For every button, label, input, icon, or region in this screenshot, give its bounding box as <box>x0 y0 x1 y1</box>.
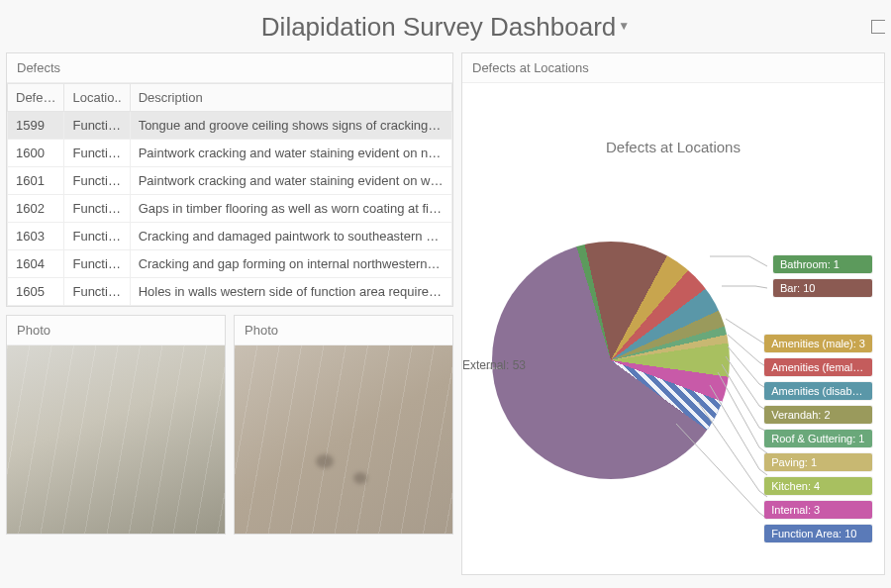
table-row[interactable]: 1602Functio…Gaps in timber flooring as w… <box>8 195 452 223</box>
cell-description: Cracking and gap forming on internal nor… <box>130 250 451 278</box>
col-defect-id[interactable]: Defe… <box>8 84 64 112</box>
photo-title-2: Photo <box>235 316 452 345</box>
table-row[interactable]: 1604Functio…Cracking and gap forming on … <box>8 250 452 278</box>
cell-id: 1604 <box>8 250 64 278</box>
col-location[interactable]: Locatio.. <box>64 84 130 112</box>
chart-panel: Defects at Locations Defects at Location… <box>461 52 885 575</box>
legend-item[interactable]: Function Area: 10 <box>764 525 872 542</box>
table-row[interactable]: 1603Functio…Cracking and damaged paintwo… <box>8 223 452 250</box>
chart-body[interactable]: Defects at Locations <box>462 83 884 576</box>
defects-panel-title: Defects <box>7 53 452 83</box>
dashboard-header: Dilapidation Survey Dashboard▼ <box>0 0 891 52</box>
cell-description: Holes in walls western side of function … <box>130 278 451 306</box>
cell-location: Functio… <box>64 195 130 223</box>
legend-item[interactable]: Amenities (disab… <box>764 382 872 400</box>
chart-panel-title: Defects at Locations <box>462 53 884 83</box>
photo-image-2[interactable] <box>235 345 452 534</box>
cell-description: Paintwork cracking and water staining ev… <box>130 140 451 167</box>
legend-item[interactable]: Bathroom: 1 <box>773 255 872 273</box>
cell-id: 1602 <box>8 195 64 223</box>
external-label: External: 53 <box>462 358 526 372</box>
cell-location: Functio… <box>64 223 130 250</box>
legend-item[interactable]: Bar: 10 <box>773 279 872 297</box>
cell-location: Functio… <box>64 167 130 195</box>
legend-item[interactable]: Kitchen: 4 <box>764 477 872 495</box>
cell-description: Cracking and damaged paintwork to southe… <box>130 223 451 250</box>
cell-id: 1605 <box>8 278 64 306</box>
defects-table[interactable]: Defe… Locatio.. Description 1599Functio…… <box>7 83 452 306</box>
table-row[interactable]: 1600Functio…Paintwork cracking and water… <box>8 140 452 167</box>
legend-item[interactable]: Internal: 3 <box>764 501 872 519</box>
cell-description: Tongue and groove ceiling shows signs of… <box>130 112 451 140</box>
cell-description: Gaps in timber flooring as well as worn … <box>130 195 451 223</box>
col-description[interactable]: Description <box>130 84 451 112</box>
legend-item[interactable]: Paving: 1 <box>764 453 872 471</box>
legend-group-2: Amenities (male): 3Amenities (femal…Amen… <box>764 335 872 542</box>
photo-title-1: Photo <box>7 316 225 345</box>
cell-location: Functio… <box>64 112 130 140</box>
photo-image-1[interactable] <box>7 345 225 534</box>
photo-panel-1: Photo <box>6 315 226 535</box>
cell-id: 1601 <box>8 167 64 195</box>
filter-icon[interactable]: ▼ <box>618 19 630 33</box>
table-row[interactable]: 1601Functio…Paintwork cracking and water… <box>8 167 452 195</box>
fullscreen-icon[interactable] <box>871 20 885 34</box>
cell-description: Paintwork cracking and water staining ev… <box>130 167 451 195</box>
legend-item[interactable]: Roof & Guttering: 1 <box>764 430 872 447</box>
legend-item[interactable]: Amenities (male): 3 <box>764 335 872 352</box>
legend-item[interactable]: Amenities (femal… <box>764 358 872 376</box>
defects-panel: Defects Defe… Locatio.. Description 1599… <box>6 52 453 307</box>
cell-location: Functio… <box>64 278 130 306</box>
cell-id: 1603 <box>8 223 64 250</box>
page-title: Dilapidation Survey Dashboard <box>261 12 616 43</box>
legend-item[interactable]: Verandah: 2 <box>764 406 872 424</box>
table-row[interactable]: 1605Functio…Holes in walls western side … <box>8 278 452 306</box>
legend-group-1: Bathroom: 1Bar: 10 <box>773 255 872 297</box>
cell-location: Functio… <box>64 140 130 167</box>
cell-id: 1599 <box>8 112 64 140</box>
photo-panel-2: Photo <box>234 315 453 535</box>
table-row[interactable]: 1599Functio…Tongue and groove ceiling sh… <box>8 112 452 140</box>
cell-id: 1600 <box>8 140 64 167</box>
cell-location: Functio… <box>64 250 130 278</box>
